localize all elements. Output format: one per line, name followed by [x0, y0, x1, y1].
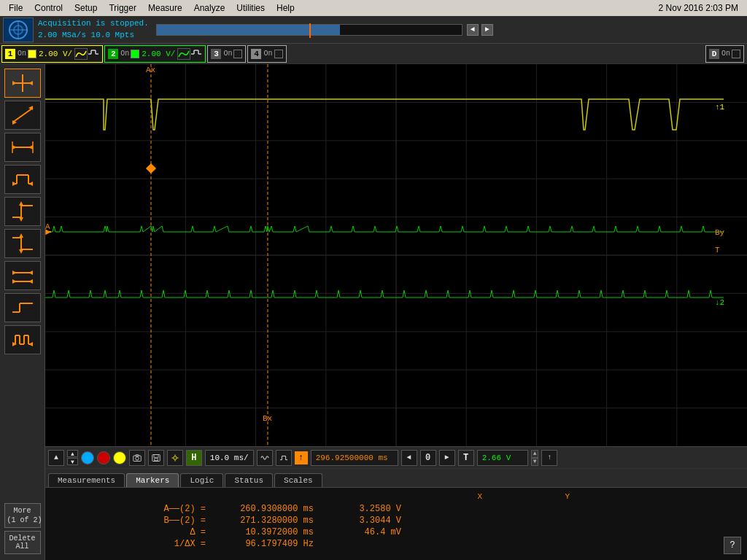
meas-x-2: 10.3972000 ms	[212, 527, 314, 537]
wave-btn1[interactable]	[257, 450, 273, 466]
scroll-up-btn[interactable]: ▲	[48, 450, 64, 466]
meas-y-1: 3.3044 V	[328, 516, 401, 526]
ch1-number: 1	[5, 49, 15, 59]
wave-btn2[interactable]	[276, 450, 292, 466]
menu-file[interactable]: File	[3, 1, 28, 15]
meas-row-3: 1/ΔX = 96.1797409 Hz	[60, 539, 732, 549]
tab-scales[interactable]: Scales	[274, 473, 322, 487]
svg-marker-37	[19, 201, 23, 206]
channel-bar: 1 On 2.00 V/ 2 On 2.00 V/ 3 On 4 On D On	[0, 44, 747, 64]
channel-1-btn[interactable]: 1 On 2.00 V/	[1, 45, 103, 63]
trigger-reset-btn[interactable]: ↑	[541, 450, 557, 466]
svg-text:T: T	[715, 246, 720, 254]
ch2-checkbox[interactable]	[131, 50, 139, 58]
menu-control[interactable]: Control	[28, 1, 69, 15]
menu-measure[interactable]: Measure	[142, 1, 188, 15]
menu-analyze[interactable]: Analyze	[188, 1, 231, 15]
screenshot-btn[interactable]	[129, 450, 145, 466]
tab-status[interactable]: Status	[225, 473, 273, 487]
channel-3-btn[interactable]: 3 On	[207, 45, 246, 63]
svg-marker-16	[12, 81, 17, 85]
trigger-updown: ▲ ▼	[531, 450, 539, 466]
meas-label-1: B——(2) =	[60, 516, 206, 526]
channel-d-btn[interactable]: D On	[705, 45, 744, 63]
color-btn-yellow[interactable]	[113, 451, 126, 464]
svg-text:►: ►	[45, 227, 51, 238]
tool-pulse-btn[interactable]	[4, 165, 41, 194]
menu-utilities[interactable]: Utilities	[231, 1, 271, 15]
ch1-checkbox[interactable]	[28, 50, 36, 58]
meas-x-0: 260.9308000 ms	[212, 504, 314, 514]
tab-markers[interactable]: Markers	[126, 473, 179, 487]
chd-checkbox[interactable]	[732, 50, 740, 58]
tool-rise-btn[interactable]	[4, 197, 41, 226]
tool-time-btn[interactable]	[4, 133, 41, 162]
tab-logic[interactable]: Logic	[180, 473, 223, 487]
menu-setup[interactable]: Setup	[69, 1, 103, 15]
svg-point-94	[136, 456, 139, 460]
zoom-in-btn[interactable]: ▲	[67, 450, 78, 457]
tool-level-btn[interactable]	[4, 261, 41, 290]
svg-text:A: A	[45, 222, 50, 231]
main-layout: More (1 of 2) Delete All	[0, 64, 747, 560]
tool-burst-btn[interactable]	[4, 325, 41, 354]
pos-zero-btn[interactable]: 0	[420, 450, 436, 466]
svg-marker-38	[19, 217, 23, 222]
svg-rect-97	[154, 454, 158, 457]
meas-x-1: 271.3280000 ms	[212, 516, 314, 526]
svg-rect-92	[146, 163, 156, 174]
ch3-number: 3	[211, 49, 221, 59]
help-button[interactable]: ?	[724, 537, 741, 554]
ch4-on-label: On	[263, 50, 272, 58]
chd-on-label: On	[721, 50, 730, 58]
svg-marker-47	[12, 271, 17, 275]
menu-trigger[interactable]: Trigger	[103, 1, 142, 15]
zoom-out-btn[interactable]: ▼	[67, 458, 78, 465]
ch2-coupling[interactable]	[177, 48, 190, 60]
acquisition-status: Acquisition is stopped.	[38, 18, 149, 29]
tool-fall-btn[interactable]	[4, 229, 41, 258]
svg-marker-49	[12, 279, 17, 284]
ch1-coupling[interactable]	[74, 48, 88, 60]
scope-screen[interactable]: A By ► T ↑1 ↓2 Ax Bx	[45, 64, 747, 446]
measurement-panel: X Y A——(2) = 260.9308000 ms 3.2580 V B——…	[45, 487, 747, 560]
trigger-down-btn[interactable]: ▼	[531, 458, 539, 466]
channel-2-btn[interactable]: 2 On 2.00 V/	[104, 45, 206, 63]
marker-ax-label: Ax	[146, 66, 155, 74]
tool-step-btn[interactable]	[4, 293, 41, 322]
bright-btn[interactable]	[167, 450, 183, 466]
svg-rect-98	[155, 458, 158, 460]
logo	[3, 18, 34, 42]
trigger-up-btn[interactable]: ▲	[531, 450, 539, 458]
tool-cursor-btn[interactable]	[4, 69, 41, 98]
pos-left-btn[interactable]: ◄	[401, 450, 417, 466]
meas-row-1: B——(2) = 271.3280000 ms 3.3044 V	[60, 516, 732, 526]
ch4-checkbox[interactable]	[274, 50, 283, 58]
scroll-left-btn[interactable]: ◄	[467, 24, 479, 36]
svg-marker-50	[28, 279, 33, 284]
menu-help[interactable]: Help	[271, 1, 301, 15]
more-button[interactable]: More (1 of 2)	[4, 503, 41, 528]
color-btn-blue[interactable]	[81, 451, 94, 464]
meas-label-3: 1/ΔX =	[60, 539, 206, 549]
pos-right-btn[interactable]: ►	[439, 450, 455, 466]
ch1-on-label: On	[18, 50, 26, 58]
scroll-right-btn[interactable]: ►	[481, 24, 493, 36]
color-btn-red[interactable]	[97, 451, 110, 464]
sample-settings: 2.00 MSa/s 10.0 Mpts	[38, 30, 149, 41]
progress-bar	[156, 24, 462, 36]
tool-measure-btn[interactable]	[4, 101, 41, 130]
col-header-y: Y	[497, 492, 570, 501]
ch3-checkbox[interactable]	[233, 50, 242, 58]
delete-all-button[interactable]: Delete All	[4, 531, 41, 554]
tab-measurements[interactable]: Measurements	[48, 473, 125, 487]
channel-4-btn[interactable]: 4 On	[247, 45, 286, 63]
svg-marker-23	[28, 145, 33, 149]
svg-text:↑1: ↑1	[715, 103, 725, 112]
trigger-label: T	[458, 450, 474, 466]
tab-bar: Measurements Markers Logic Status Scales	[45, 468, 747, 487]
save-btn[interactable]	[148, 450, 164, 466]
ch2-on-label: On	[120, 50, 129, 58]
timebase-display: 10.0 ms/	[205, 450, 254, 466]
meas-label-2: Δ =	[60, 527, 206, 537]
